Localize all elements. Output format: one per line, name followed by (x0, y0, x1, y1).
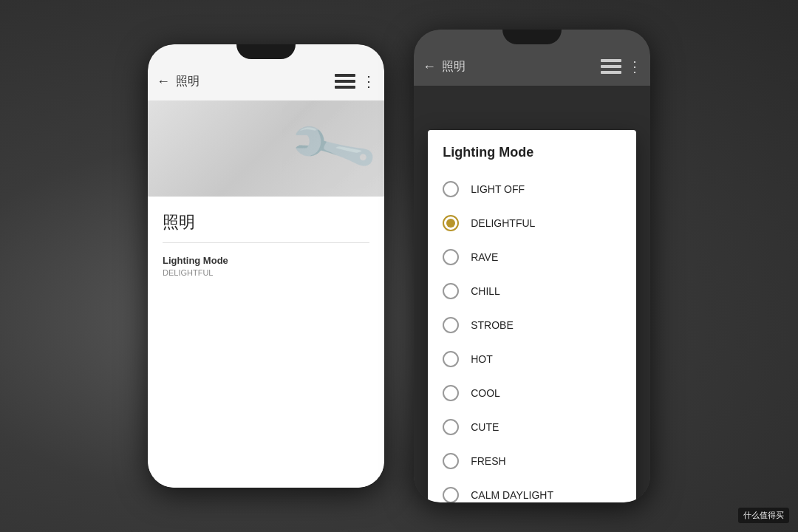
radio-circle-delightful (443, 215, 459, 231)
radio-option-calm-daylight[interactable]: CALM DAYLIGHT (428, 478, 636, 502)
radio-options-list: LIGHT OFFDELIGHTFULRAVECHILLSTROBEHOTCOO… (428, 172, 636, 502)
hero-area-left: 🔧 (148, 100, 384, 197)
dialog-overlay: Lighting Mode LIGHT OFFDELIGHTFULRAVECHI… (414, 86, 650, 502)
dialog-title: Lighting Mode (428, 145, 636, 172)
radio-circle-hot (443, 351, 459, 367)
screen-content-left: 🔧 照明 Lighting Mode DELIGHTFUL (148, 100, 384, 488)
radio-option-fresh[interactable]: FRESH (428, 444, 636, 478)
radio-circle-chill (443, 283, 459, 299)
radio-circle-strobe (443, 317, 459, 333)
radio-option-cool[interactable]: COOL (428, 376, 636, 410)
setting-label-left[interactable]: Lighting Mode (163, 255, 369, 266)
radio-circle-cool (443, 385, 459, 401)
camera-notch-right (502, 30, 562, 44)
settings-area-left: 照明 Lighting Mode DELIGHTFUL (148, 197, 384, 488)
app-bar-left: ← 照明 ⋮ (148, 62, 384, 100)
back-button-left[interactable]: ← (157, 74, 170, 89)
radio-circle-calm-daylight (443, 487, 459, 502)
radio-option-hot[interactable]: HOT (428, 342, 636, 376)
radio-label-cool: COOL (471, 387, 500, 399)
back-button-right[interactable]: ← (423, 59, 436, 75)
app-bar-title-right: 照明 (442, 59, 595, 75)
phone-right-screen: ← 照明 ⋮ Lighting Mode LIGHT OFFDELIGHTFUL… (414, 30, 650, 502)
status-bar-left (148, 44, 384, 62)
radio-option-strobe[interactable]: STROBE (428, 308, 636, 342)
radio-option-chill[interactable]: CHILL (428, 274, 636, 308)
radio-circle-light-off (443, 181, 459, 197)
radio-label-strobe: STROBE (471, 319, 514, 331)
radio-option-delightful[interactable]: DELIGHTFUL (428, 206, 636, 240)
radio-circle-rave (443, 249, 459, 265)
hero-wrench-icon: 🔧 (283, 100, 382, 197)
radio-option-light-off[interactable]: LIGHT OFF (428, 172, 636, 206)
radio-circle-fresh (443, 453, 459, 469)
radio-label-delightful: DELIGHTFUL (471, 217, 535, 229)
radio-label-calm-daylight: CALM DAYLIGHT (471, 489, 553, 501)
phone-left-screen: ← 照明 ⋮ 🔧 照明 Lighting Mode DELIGHTFUL (148, 44, 384, 488)
radio-label-chill: CHILL (471, 285, 500, 297)
status-bar-right (414, 30, 650, 47)
app-bar-right: ← 照明 ⋮ (414, 47, 650, 86)
phone-left: ← 照明 ⋮ 🔧 照明 Lighting Mode DELIGHTFUL (148, 44, 384, 488)
section-title-left: 照明 (163, 211, 369, 233)
radio-label-fresh: FRESH (471, 455, 505, 467)
camera-notch-left (236, 44, 296, 59)
lighting-mode-dialog: Lighting Mode LIGHT OFFDELIGHTFULRAVECHI… (428, 130, 636, 502)
phone-right: ← 照明 ⋮ Lighting Mode LIGHT OFFDELIGHTFUL… (414, 30, 650, 502)
radio-label-cute: CUTE (471, 421, 499, 433)
more-options-left[interactable]: ⋮ (361, 72, 375, 90)
menu-icon-left[interactable] (335, 74, 355, 89)
screen-content-right: Lighting Mode LIGHT OFFDELIGHTFULRAVECHI… (414, 86, 650, 502)
watermark: 什么值得买 (738, 508, 789, 523)
radio-label-hot: HOT (471, 353, 493, 365)
radio-label-light-off: LIGHT OFF (471, 183, 525, 195)
section-divider-left (163, 242, 369, 243)
radio-label-rave: RAVE (471, 251, 498, 263)
more-options-right[interactable]: ⋮ (627, 58, 641, 75)
radio-circle-cute (443, 419, 459, 435)
app-bar-title-left: 照明 (176, 74, 329, 89)
setting-value-left: DELIGHTFUL (163, 268, 369, 277)
radio-option-cute[interactable]: CUTE (428, 410, 636, 444)
menu-icon-right[interactable] (601, 59, 621, 74)
radio-option-rave[interactable]: RAVE (428, 240, 636, 274)
